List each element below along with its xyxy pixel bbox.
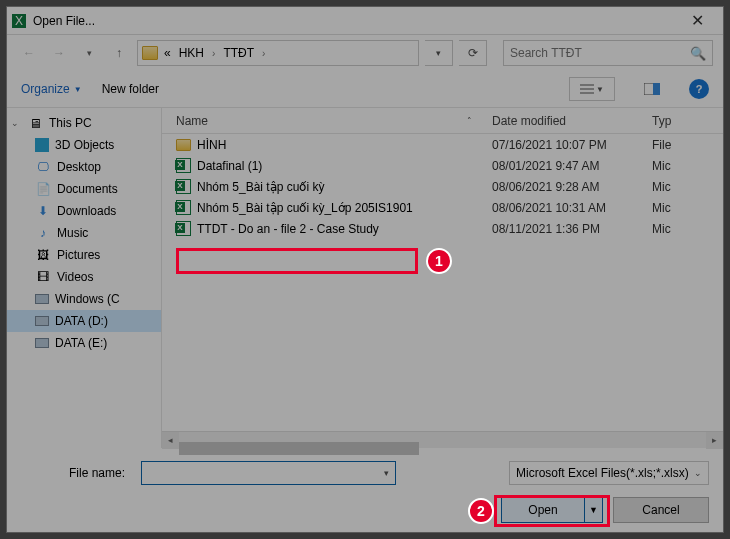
cube-icon (35, 138, 49, 152)
search-icon: 🔍 (690, 46, 706, 61)
recent-dropdown-icon[interactable]: ▾ (77, 41, 101, 65)
open-dropdown[interactable]: ▼ (584, 498, 602, 522)
chevron-down-icon: ▼ (74, 85, 82, 94)
organize-button[interactable]: Organize ▼ (21, 82, 82, 96)
open-button[interactable]: Open (502, 498, 584, 522)
file-list-area: Name˄ Date modified Typ HÌNH07/16/2021 1… (162, 108, 723, 448)
videos-icon (35, 269, 51, 285)
col-type[interactable]: Typ (652, 114, 723, 128)
breadcrumb-ttdt[interactable]: TTĐT (221, 46, 256, 60)
preview-pane-icon (644, 83, 660, 95)
horizontal-scrollbar[interactable]: ◂ ▸ (162, 431, 723, 448)
tree-desktop[interactable]: Desktop (7, 156, 161, 178)
title-bar: X Open File... ✕ (7, 7, 723, 35)
file-row[interactable]: Datafinal (1)08/01/2021 9:47 AMMic (162, 155, 723, 176)
search-placeholder: Search TTĐT (510, 46, 582, 60)
file-row[interactable]: Nhóm 5_Bài tập cuối kỳ_Lớp 205IS190108/0… (162, 197, 723, 218)
chevron-down-icon: ⌄ (694, 468, 702, 478)
tree-3d-objects[interactable]: 3D Objects (7, 134, 161, 156)
tree-data-d[interactable]: DATA (D:) (7, 310, 161, 332)
tree-documents[interactable]: Documents (7, 178, 161, 200)
tree-videos[interactable]: Videos (7, 266, 161, 288)
music-icon (35, 225, 51, 241)
toolbar: Organize ▼ New folder ▼ ? (7, 71, 723, 107)
tree-music[interactable]: Music (7, 222, 161, 244)
new-folder-button[interactable]: New folder (102, 82, 159, 96)
address-dropdown[interactable]: ▾ (425, 40, 453, 66)
chevron-down-icon[interactable]: ▾ (377, 468, 395, 478)
tree-data-e[interactable]: DATA (E:) (7, 332, 161, 354)
file-row[interactable]: Nhóm 5_Bài tập cuối kỳ08/06/2021 9:28 AM… (162, 176, 723, 197)
cancel-button[interactable]: Cancel (613, 497, 709, 523)
preview-pane-button[interactable] (635, 77, 669, 101)
column-headers: Name˄ Date modified Typ (162, 108, 723, 134)
button-row: Open ▼ Cancel (7, 488, 723, 532)
file-type-filter[interactable]: Microsoft Excel Files(*.xls;*.xlsx) ⌄ (509, 461, 709, 485)
chevron-right-icon[interactable]: › (260, 48, 267, 59)
breadcrumb-hkh[interactable]: HKH (177, 46, 206, 60)
search-input[interactable]: Search TTĐT 🔍 (503, 40, 713, 66)
open-button-group: Open ▼ (501, 497, 603, 523)
file-row[interactable]: TTDT - Do an - file 2 - Case Study08/11/… (162, 218, 723, 239)
pictures-icon (35, 247, 51, 263)
folder-icon (142, 46, 158, 60)
tree-pictures[interactable]: Pictures (7, 244, 161, 266)
drive-icon (35, 338, 49, 348)
dialog-body: ⌄ This PC 3D Objects Desktop Documents D… (7, 107, 723, 448)
folder-icon (176, 139, 191, 151)
expand-caret-icon[interactable]: ⌄ (11, 118, 21, 128)
desktop-icon (35, 159, 51, 175)
annotation-badge-1: 1 (426, 248, 452, 274)
svg-rect-6 (653, 83, 660, 95)
col-date[interactable]: Date modified (492, 114, 652, 128)
chevron-right-icon[interactable]: › (210, 48, 217, 59)
refresh-button[interactable]: ⟳ (459, 40, 487, 66)
filename-label: File name: (21, 466, 131, 480)
excel-icon (176, 200, 191, 215)
downloads-icon (35, 203, 51, 219)
triangle-down-icon: ▼ (589, 505, 598, 515)
address-bar[interactable]: « HKH › TTĐT › (137, 40, 419, 66)
pc-icon (27, 115, 43, 131)
app-icon: X (11, 13, 27, 29)
breadcrumb-prefix: « (162, 46, 173, 60)
svg-text:X: X (15, 14, 23, 28)
col-name[interactable]: Name˄ (162, 114, 492, 128)
nav-tree: ⌄ This PC 3D Objects Desktop Documents D… (7, 108, 162, 448)
filename-input[interactable]: ▾ (141, 461, 396, 485)
documents-icon (35, 181, 51, 197)
sort-asc-icon: ˄ (467, 116, 472, 126)
scrollbar-thumb[interactable] (179, 442, 419, 455)
file-rows: HÌNH07/16/2021 10:07 PMFile Datafinal (1… (162, 134, 723, 431)
chevron-down-icon: ▼ (596, 85, 604, 94)
excel-icon (176, 158, 191, 173)
tree-windows-c[interactable]: Windows (C (7, 288, 161, 310)
nav-row: ← → ▾ ↑ « HKH › TTĐT › ▾ ⟳ Search TTĐT 🔍 (7, 35, 723, 71)
tree-this-pc[interactable]: ⌄ This PC (7, 112, 161, 134)
window-title: Open File... (33, 14, 675, 28)
back-button[interactable]: ← (17, 41, 41, 65)
forward-button[interactable]: → (47, 41, 71, 65)
close-button[interactable]: ✕ (675, 7, 719, 34)
filename-row: File name: ▾ Microsoft Excel Files(*.xls… (7, 458, 723, 488)
scroll-left-icon[interactable]: ◂ (162, 432, 179, 449)
view-options-button[interactable]: ▼ (569, 77, 615, 101)
drive-icon (35, 294, 49, 304)
excel-icon (176, 221, 191, 236)
tree-downloads[interactable]: Downloads (7, 200, 161, 222)
scroll-right-icon[interactable]: ▸ (706, 432, 723, 449)
help-button[interactable]: ? (689, 79, 709, 99)
excel-icon (176, 179, 191, 194)
file-row[interactable]: HÌNH07/16/2021 10:07 PMFile (162, 134, 723, 155)
annotation-badge-2: 2 (468, 498, 494, 524)
open-file-dialog: X Open File... ✕ ← → ▾ ↑ « HKH › TTĐT › … (6, 6, 724, 533)
drive-icon (35, 316, 49, 326)
list-view-icon (580, 83, 594, 95)
up-button[interactable]: ↑ (107, 41, 131, 65)
